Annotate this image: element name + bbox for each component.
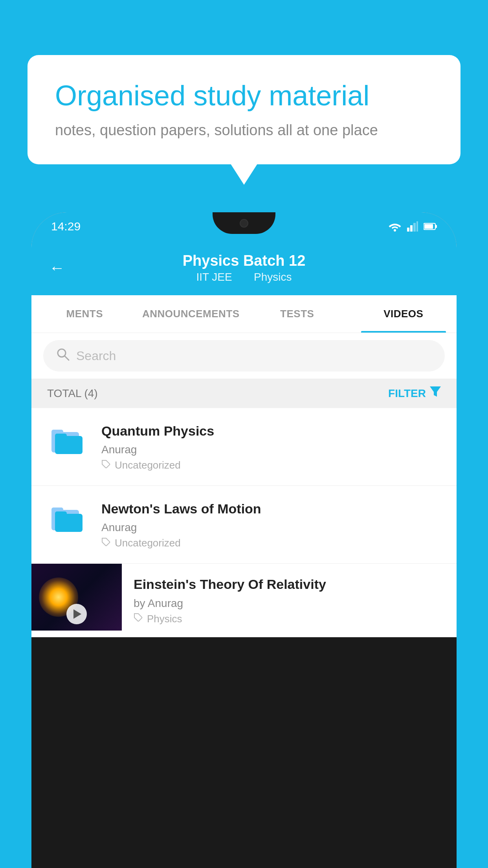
header-subtitle: IIT JEE Physics bbox=[183, 271, 306, 283]
video-author-0: Anurag bbox=[101, 443, 442, 456]
video-tag-0: Uncategorized bbox=[115, 459, 181, 471]
header-subtitle-separator bbox=[242, 271, 248, 283]
tag-icon-0 bbox=[101, 460, 111, 471]
svg-line-9 bbox=[65, 356, 69, 360]
play-button[interactable] bbox=[66, 604, 87, 624]
bubble-title: Organised study material bbox=[55, 79, 433, 112]
header-title: Physics Batch 12 bbox=[183, 252, 306, 269]
header-subtitle-part1: IIT JEE bbox=[196, 271, 232, 283]
search-bar-container: Search bbox=[31, 333, 457, 379]
svg-rect-4 bbox=[416, 221, 418, 232]
speech-bubble-container: Organised study material notes, question… bbox=[28, 55, 460, 164]
search-bar[interactable]: Search bbox=[43, 340, 445, 371]
video-title-2: Einstein's Theory Of Relativity bbox=[134, 576, 445, 593]
speech-bubble: Organised study material notes, question… bbox=[28, 55, 460, 164]
tab-announcements[interactable]: ANNOUNCEMENTS bbox=[138, 295, 244, 333]
video-tag-row-1: Uncategorized bbox=[101, 537, 442, 549]
svg-rect-1 bbox=[407, 228, 409, 232]
filter-button[interactable]: FILTER bbox=[388, 386, 441, 400]
video-info-0: Quantum Physics Anurag Uncategorized bbox=[101, 422, 442, 471]
wifi-icon bbox=[388, 221, 402, 232]
tag-icon-1 bbox=[101, 537, 111, 549]
tab-tests[interactable]: TESTS bbox=[244, 295, 350, 333]
search-icon bbox=[56, 347, 70, 364]
phone-inner: 14:29 bbox=[31, 212, 457, 637]
battery-icon bbox=[424, 223, 437, 230]
back-button[interactable]: ← bbox=[49, 259, 65, 277]
svg-marker-10 bbox=[430, 386, 441, 397]
signal-icon bbox=[407, 221, 418, 232]
filter-label: FILTER bbox=[388, 387, 426, 400]
video-info-1: Newton's Laws of Motion Anurag Uncategor… bbox=[101, 500, 442, 549]
video-thumbnail-2 bbox=[31, 564, 122, 631]
video-list: Quantum Physics Anurag Uncategorized bbox=[31, 408, 457, 637]
svg-rect-19 bbox=[55, 511, 67, 517]
video-tag-2: Physics bbox=[147, 613, 182, 625]
video-title-0: Quantum Physics bbox=[101, 422, 442, 440]
play-triangle-icon bbox=[73, 609, 81, 619]
status-time: 14:29 bbox=[51, 220, 81, 233]
list-item[interactable]: Quantum Physics Anurag Uncategorized bbox=[31, 408, 457, 486]
list-item[interactable]: Einstein's Theory Of Relativity by Anura… bbox=[31, 564, 457, 637]
list-item[interactable]: Newton's Laws of Motion Anurag Uncategor… bbox=[31, 486, 457, 564]
video-title-1: Newton's Laws of Motion bbox=[101, 500, 442, 517]
tab-videos[interactable]: VIDEOS bbox=[350, 295, 457, 333]
app-header: ← Physics Batch 12 IIT JEE Physics bbox=[31, 241, 457, 295]
camera-dot bbox=[240, 219, 248, 228]
svg-point-0 bbox=[394, 229, 396, 232]
svg-rect-6 bbox=[435, 225, 437, 228]
video-tag-1: Uncategorized bbox=[115, 537, 181, 549]
svg-rect-3 bbox=[413, 223, 416, 232]
header-subtitle-part2: Physics bbox=[254, 271, 292, 283]
status-bar: 14:29 bbox=[31, 212, 457, 241]
svg-rect-7 bbox=[424, 224, 433, 229]
phone-frame: 14:29 bbox=[31, 212, 457, 868]
filter-funnel-icon bbox=[430, 386, 441, 400]
header-title-group: Physics Batch 12 IIT JEE Physics bbox=[183, 252, 306, 283]
video-author-2: by Anurag bbox=[134, 597, 445, 610]
filter-row: TOTAL (4) FILTER bbox=[31, 379, 457, 408]
video-tag-row-2: Physics bbox=[134, 613, 445, 625]
video-folder-icon-1 bbox=[46, 500, 89, 535]
total-label: TOTAL (4) bbox=[47, 387, 98, 400]
svg-rect-14 bbox=[55, 434, 67, 439]
bubble-subtitle: notes, question papers, solutions all at… bbox=[55, 122, 433, 139]
search-placeholder: Search bbox=[76, 349, 116, 363]
svg-rect-2 bbox=[410, 225, 413, 232]
notch bbox=[213, 212, 275, 234]
tab-ments[interactable]: MENTS bbox=[31, 295, 138, 333]
video-tag-row-0: Uncategorized bbox=[101, 459, 442, 471]
video-info-2: Einstein's Theory Of Relativity by Anura… bbox=[122, 564, 457, 636]
video-folder-icon-0 bbox=[46, 422, 89, 458]
tabs-bar: MENTS ANNOUNCEMENTS TESTS VIDEOS bbox=[31, 295, 457, 333]
tag-icon-2 bbox=[134, 613, 143, 625]
status-icons bbox=[388, 221, 437, 232]
video-author-1: Anurag bbox=[101, 521, 442, 534]
